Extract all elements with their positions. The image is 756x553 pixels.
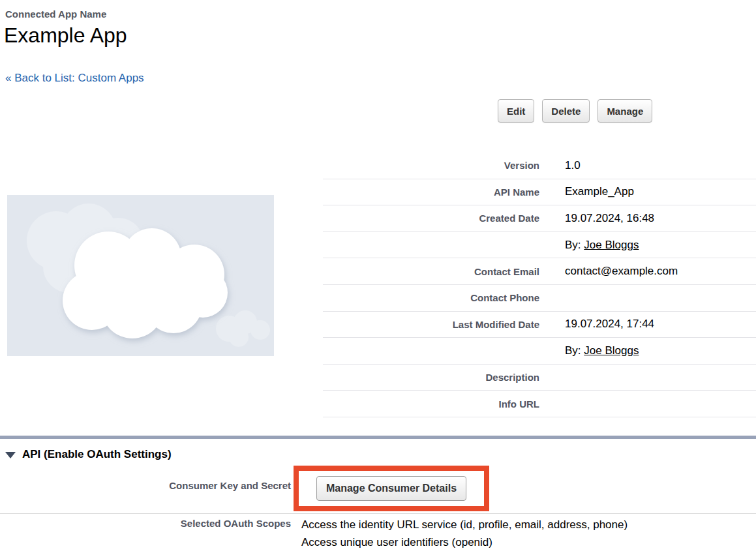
app-logo-image bbox=[7, 195, 274, 356]
section-divider-bar bbox=[0, 436, 756, 439]
detail-table: Version 1.0 API Name Example_App Created… bbox=[323, 153, 756, 417]
table-row-info-url: Info URL bbox=[323, 391, 756, 417]
cloud-icon bbox=[7, 195, 274, 356]
table-row-contact-phone: Contact Phone bbox=[323, 285, 756, 312]
by-prefix: By: bbox=[565, 239, 584, 251]
field-value: By: Joe Bloggs bbox=[565, 239, 639, 252]
field-label: Contact Phone bbox=[323, 292, 539, 303]
row-separator-line bbox=[0, 513, 756, 514]
manage-button[interactable]: Manage bbox=[597, 99, 652, 123]
collapse-triangle-icon[interactable] bbox=[5, 452, 16, 458]
page-title: Example App bbox=[4, 23, 127, 48]
field-label: Last Modified Date bbox=[323, 319, 539, 330]
manage-consumer-details-button[interactable]: Manage Consumer Details bbox=[316, 476, 466, 501]
field-label: API Name bbox=[323, 187, 539, 198]
modified-by-user-link[interactable]: Joe Bloggs bbox=[584, 344, 639, 357]
table-row-api-name: API Name Example_App bbox=[323, 179, 756, 206]
table-row-description: Description bbox=[323, 365, 756, 391]
connected-app-detail-page: Connected App Name Example App « Back to… bbox=[0, 0, 756, 553]
created-by-user-link[interactable]: Joe Bloggs bbox=[584, 239, 639, 251]
field-value: Example_App bbox=[565, 185, 634, 198]
field-value: By: Joe Bloggs bbox=[565, 344, 639, 357]
red-highlight-box: Manage Consumer Details bbox=[294, 466, 489, 511]
field-value: 1.0 bbox=[565, 159, 581, 172]
record-type-label: Connected App Name bbox=[5, 8, 106, 20]
table-row-contact-email: Contact Email contact@example.com bbox=[323, 258, 756, 285]
field-label: Contact Email bbox=[323, 266, 539, 277]
table-row-version: Version 1.0 bbox=[323, 153, 756, 179]
edit-button[interactable]: Edit bbox=[498, 99, 534, 123]
table-row-created-by: By: Joe Bloggs bbox=[323, 232, 756, 259]
table-row-modified-by: By: Joe Bloggs bbox=[323, 338, 756, 365]
oauth-scope-item: Access unique user identifiers (openid) bbox=[301, 533, 627, 551]
field-value: contact@example.com bbox=[565, 265, 678, 278]
delete-button[interactable]: Delete bbox=[542, 99, 590, 123]
field-value: 19.07.2024, 16:48 bbox=[565, 212, 654, 225]
table-row-created-date: Created Date 19.07.2024, 16:48 bbox=[323, 205, 756, 232]
table-row-last-modified-date: Last Modified Date 19.07.2024, 17:44 bbox=[323, 312, 756, 338]
selected-oauth-scopes-values: Access the identity URL service (id, pro… bbox=[301, 516, 627, 551]
consumer-key-secret-label: Consumer Key and Secret bbox=[0, 480, 291, 491]
field-value: 19.07.2024, 17:44 bbox=[565, 318, 654, 331]
oauth-scope-item: Access the identity URL service (id, pro… bbox=[301, 516, 627, 533]
selected-oauth-scopes-label: Selected OAuth Scopes bbox=[0, 518, 291, 529]
field-label: Description bbox=[323, 372, 539, 383]
field-label: Version bbox=[323, 160, 539, 171]
oauth-section-title: API (Enable OAuth Settings) bbox=[22, 448, 172, 461]
toolbar: Edit Delete Manage bbox=[498, 99, 652, 123]
field-label: Created Date bbox=[323, 213, 539, 224]
by-prefix: By: bbox=[565, 344, 584, 357]
back-to-list-link[interactable]: « Back to List: Custom Apps bbox=[5, 72, 144, 85]
field-label: Info URL bbox=[323, 398, 539, 410]
oauth-section-header[interactable]: API (Enable OAuth Settings) bbox=[5, 448, 172, 461]
